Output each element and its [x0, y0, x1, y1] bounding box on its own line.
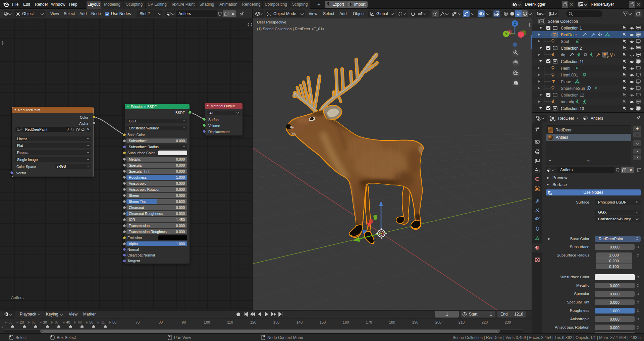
- svg-text:Collection 1: Collection 1: [561, 26, 582, 31]
- svg-text:RedDeer: RedDeer: [561, 33, 577, 37]
- svg-text:Collection 13: Collection 13: [561, 106, 584, 111]
- svg-text:Hemi: Hemi: [561, 66, 570, 71]
- svg-text:Scene Collection: Scene Collection: [548, 19, 578, 24]
- svg-text:metarig: metarig: [561, 100, 574, 104]
- svg-text:Z: Z: [514, 22, 516, 25]
- svg-text:Collection 2: Collection 2: [561, 46, 582, 51]
- svg-text:❮: ❮: [528, 22, 531, 27]
- svg-text:Collection 12: Collection 12: [561, 93, 584, 98]
- svg-text:Plane: Plane: [561, 79, 571, 84]
- svg-text:Spot: Spot: [561, 39, 569, 44]
- svg-text:ShorelineSun: ShorelineSun: [561, 86, 585, 91]
- svg-text:Hemi.001: Hemi.001: [561, 73, 578, 77]
- svg-text:Collection 11: Collection 11: [561, 59, 584, 64]
- svg-text:2: 2: [607, 55, 608, 59]
- svg-text:Y: Y: [505, 32, 507, 36]
- svg-text:rig: rig: [561, 53, 565, 57]
